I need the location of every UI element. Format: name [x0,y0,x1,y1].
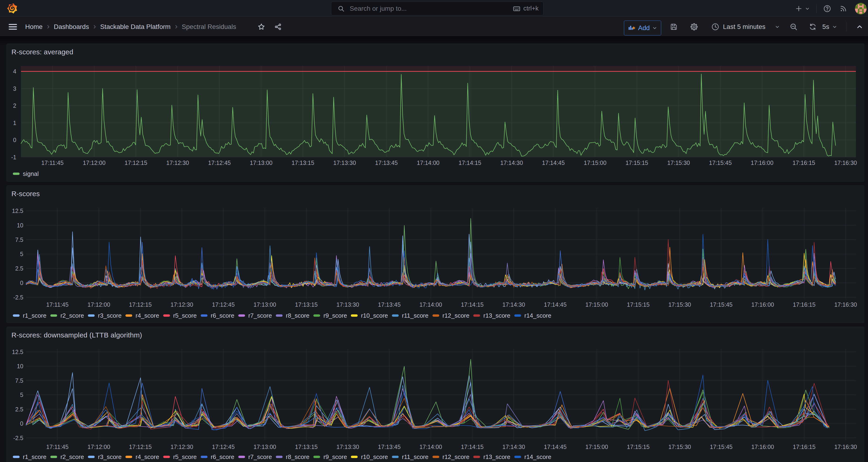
svg-text:17:16:30: 17:16:30 [834,301,857,308]
svg-text:7.5: 7.5 [15,377,23,384]
svg-text:3: 3 [13,85,16,92]
svg-text:17:15:30: 17:15:30 [669,301,691,308]
svg-text:5: 5 [20,251,23,257]
svg-text:17:12:45: 17:12:45 [208,159,230,166]
svg-text:17:14:45: 17:14:45 [542,159,565,166]
svg-text:2.5: 2.5 [15,265,23,272]
svg-text:5: 5 [20,392,23,398]
svg-text:17:13:45: 17:13:45 [378,443,401,450]
svg-text:17:11:45: 17:11:45 [41,159,63,166]
svg-text:17:13:00: 17:13:00 [253,301,276,308]
svg-text:17:12:30: 17:12:30 [170,301,193,308]
svg-text:17:14:15: 17:14:15 [459,159,481,166]
svg-text:17:14:00: 17:14:00 [420,301,442,308]
svg-text:-2.5: -2.5 [13,435,23,441]
svg-text:17:16:15: 17:16:15 [793,301,815,308]
svg-text:17:16:00: 17:16:00 [751,443,774,450]
svg-text:17:14:30: 17:14:30 [502,443,525,450]
svg-text:17:15:30: 17:15:30 [667,159,690,166]
svg-text:-2.5: -2.5 [13,294,23,301]
svg-text:17:13:00: 17:13:00 [253,443,276,450]
svg-text:17:12:15: 17:12:15 [124,159,147,166]
svg-text:17:15:00: 17:15:00 [585,443,608,450]
svg-text:10: 10 [17,363,23,369]
svg-text:17:14:30: 17:14:30 [500,159,523,166]
svg-text:17:13:30: 17:13:30 [333,159,356,166]
svg-text:0: 0 [13,137,16,143]
svg-text:17:14:30: 17:14:30 [502,301,525,308]
svg-text:17:12:15: 17:12:15 [129,443,152,450]
svg-text:17:11:45: 17:11:45 [46,443,68,450]
svg-text:17:14:15: 17:14:15 [461,301,484,308]
svg-text:17:16:30: 17:16:30 [834,443,857,450]
svg-text:17:14:45: 17:14:45 [544,301,566,308]
svg-text:17:16:00: 17:16:00 [751,301,774,308]
svg-text:17:12:15: 17:12:15 [129,301,152,308]
svg-text:17:14:15: 17:14:15 [461,443,484,450]
svg-text:17:12:30: 17:12:30 [170,443,193,450]
svg-text:17:12:00: 17:12:00 [87,301,110,308]
svg-text:17:13:15: 17:13:15 [295,301,317,308]
svg-text:17:14:45: 17:14:45 [544,443,566,450]
svg-text:2.5: 2.5 [15,406,23,412]
svg-text:17:13:30: 17:13:30 [336,443,359,450]
svg-text:17:15:45: 17:15:45 [710,443,733,450]
svg-text:17:12:00: 17:12:00 [83,159,105,166]
svg-text:17:13:00: 17:13:00 [250,159,272,166]
svg-text:12.5: 12.5 [12,208,23,214]
svg-text:17:15:30: 17:15:30 [669,443,691,450]
svg-text:0: 0 [20,420,23,427]
svg-text:-1: -1 [11,154,16,160]
svg-text:17:15:45: 17:15:45 [710,301,733,308]
svg-text:4: 4 [13,68,16,74]
svg-text:17:12:00: 17:12:00 [87,443,110,450]
svg-text:17:15:15: 17:15:15 [627,443,650,450]
svg-text:17:16:30: 17:16:30 [834,159,857,166]
svg-text:17:15:00: 17:15:00 [585,301,608,308]
svg-text:17:12:30: 17:12:30 [166,159,189,166]
svg-text:17:16:15: 17:16:15 [793,443,815,450]
svg-text:17:13:45: 17:13:45 [378,301,401,308]
svg-text:17:15:00: 17:15:00 [584,159,607,166]
svg-text:17:13:30: 17:13:30 [336,301,359,308]
svg-text:17:14:00: 17:14:00 [420,443,442,450]
svg-text:17:13:15: 17:13:15 [292,159,314,166]
svg-text:17:13:45: 17:13:45 [375,159,398,166]
svg-text:17:16:15: 17:16:15 [793,159,815,166]
svg-text:12.5: 12.5 [12,349,23,355]
svg-text:7.5: 7.5 [15,237,23,243]
svg-text:1: 1 [13,120,16,126]
svg-text:2: 2 [13,102,16,109]
svg-text:17:15:15: 17:15:15 [627,301,650,308]
svg-text:17:14:00: 17:14:00 [417,159,439,166]
svg-text:0: 0 [20,280,23,286]
svg-text:17:15:15: 17:15:15 [625,159,648,166]
svg-text:17:12:45: 17:12:45 [212,301,235,308]
svg-text:17:12:45: 17:12:45 [212,443,235,450]
svg-text:17:13:15: 17:13:15 [295,443,317,450]
svg-text:17:15:45: 17:15:45 [709,159,732,166]
svg-text:17:11:45: 17:11:45 [46,301,68,308]
svg-text:10: 10 [17,222,23,228]
svg-text:17:16:00: 17:16:00 [751,159,773,166]
